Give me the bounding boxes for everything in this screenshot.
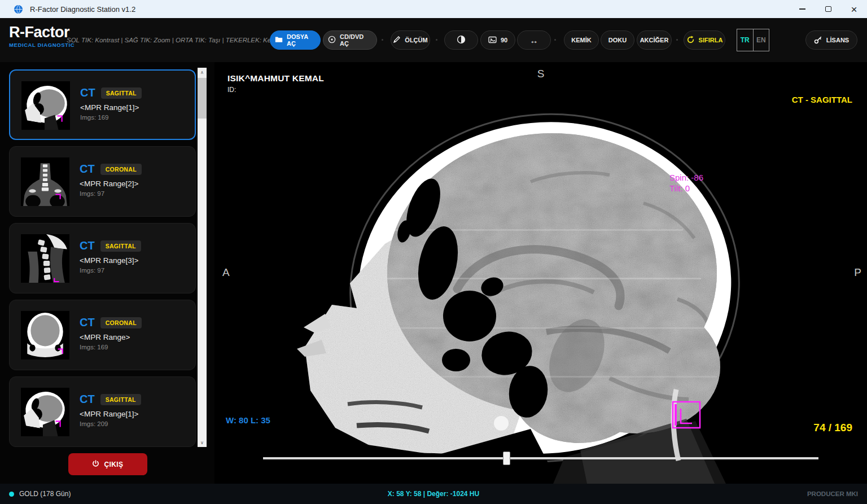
series-item-5[interactable]: CT SAGITTAL <MPR Range[1]> Imgs: 209 (9, 376, 196, 447)
slice-counter: 74 / 169 (813, 422, 852, 434)
toolbar-separator-dot (554, 39, 556, 41)
brand-block: R-Factor MEDICAL DIAGNOSTIC (9, 25, 75, 48)
producer-label: PRODUCER MKI (807, 490, 858, 497)
series-range: <MPR Range[1]> (80, 410, 141, 418)
series-modality: CT (80, 393, 95, 406)
key-icon (814, 36, 822, 45)
series-thumbnail (21, 234, 69, 283)
series-item-1[interactable]: CT SAGITTAL <MPR Range[1]> Imgs: 169 (9, 69, 196, 140)
series-range: <MPR Range> (80, 333, 142, 341)
language-tr-button[interactable]: TR (737, 29, 754, 51)
series-plane-badge: CORONAL (100, 164, 142, 175)
close-button[interactable]: × (841, 0, 867, 18)
app-window: R-Factor Diagnostic Station v1.2 × R-Fac… (0, 0, 867, 504)
language-toggle: TR EN (737, 29, 769, 51)
window-level-readout: W: 80 L: 35 (226, 415, 270, 425)
toolbar-separator-dot (436, 39, 437, 41)
series-thumbnail (21, 81, 70, 130)
series-range: <MPR Range[2]> (80, 179, 142, 188)
scrollbar-thumb[interactable] (198, 78, 207, 119)
disc-icon (328, 36, 336, 45)
preset-tissue-button[interactable]: DOKU (601, 30, 634, 50)
series-item-4[interactable]: CT CORONAL <MPR Range> Imgs: 169 (9, 300, 196, 370)
status-bar: GOLD (178 Gün) X: 58 Y: 58 | Değer: -102… (0, 484, 867, 504)
reset-button[interactable]: SIFIRLA (684, 30, 725, 50)
open-cd-button[interactable]: CD/DVD AÇ (323, 30, 377, 50)
app-logo-icon (14, 5, 23, 14)
reset-label: SIFIRLA (699, 37, 723, 43)
brand-name: R-Factor (9, 25, 75, 40)
series-modality: CT (80, 239, 95, 252)
maximize-button[interactable] (815, 0, 841, 18)
image-viewport[interactable]: ISIK^MAHMUT KEMAL ID: CT - SAGITTAL S A … (214, 62, 867, 484)
series-image-count: Imgs: 97 (80, 267, 141, 274)
orientation-anterior-label: A (222, 266, 230, 279)
series-image-count: Imgs: 97 (80, 190, 142, 197)
rotate-90-button[interactable]: 90 (480, 30, 515, 50)
preset-bone-label: KEMİK (571, 37, 591, 43)
open-file-label: DOSYA AÇ (287, 33, 316, 47)
flip-horizontal-button[interactable]: ↔ (517, 30, 551, 50)
flip-arrows-icon: ↔ (530, 36, 538, 45)
series-scrollbar[interactable]: ∧ ∨ (198, 68, 207, 447)
orientation-posterior-label: P (854, 266, 861, 279)
close-icon: × (851, 4, 857, 15)
series-plane-badge: CORONAL (100, 317, 142, 328)
scrollbar-down-arrow-icon[interactable]: ∨ (198, 438, 207, 447)
main-toolbar: R-Factor MEDICAL DIAGNOSTIC SOL TIK: Kon… (0, 18, 867, 62)
measure-label: ÖLÇÜM (405, 37, 427, 43)
spin-readout: Spin: -86 (669, 173, 703, 182)
preset-lung-label: AKCİĞER (640, 37, 669, 43)
reset-circular-arrow-icon (686, 36, 695, 45)
cursor-readout: X: 58 Y: 58 | Değer: -1024 HU (0, 490, 867, 498)
exit-label: ÇIKIŞ (104, 461, 123, 468)
active-series-label: CT - SAGITTAL (792, 95, 852, 104)
preset-lung-button[interactable]: AKCİĞER (637, 30, 672, 50)
series-item-2[interactable]: CT CORONAL <MPR Range[2]> Imgs: 97 (9, 146, 196, 217)
preset-tissue-label: DOKU (608, 37, 627, 43)
mouse-hint-text: SOL TIK: Kontrast | SAĞ TIK: Zoom | ORTA… (67, 18, 278, 62)
series-modality: CT (80, 163, 95, 176)
series-sidebar: CT SAGITTAL <MPR Range[1]> Imgs: 169 (0, 62, 214, 484)
pencil-icon (393, 36, 401, 45)
contrast-icon (457, 35, 466, 45)
measure-button[interactable]: ÖLÇÜM (391, 30, 430, 50)
toolbar-separator-dot (676, 39, 678, 41)
minimize-button[interactable] (789, 0, 815, 18)
window-title: R-Factor Diagnostic Station v1.2 (30, 5, 135, 14)
ct-sagittal-image (214, 62, 867, 484)
title-bar: R-Factor Diagnostic Station v1.2 × (0, 0, 867, 18)
license-button[interactable]: LİSANS (805, 30, 857, 50)
open-cd-label: CD/DVD AÇ (340, 33, 372, 47)
series-range: <MPR Range[3]> (80, 256, 141, 265)
series-modality: CT (80, 316, 95, 329)
license-label: LİSANS (826, 37, 849, 43)
preset-bone-button[interactable]: KEMİK (564, 30, 599, 50)
slice-slider[interactable] (263, 457, 818, 459)
open-file-button[interactable]: DOSYA AÇ (270, 30, 321, 50)
series-range: <MPR Range[1]> (80, 103, 142, 112)
series-image-count: Imgs: 169 (80, 344, 142, 350)
series-modality: CT (80, 86, 95, 99)
rotate-image-icon (488, 36, 497, 45)
orientation-marker-box (672, 401, 702, 433)
brand-subtitle: MEDICAL DIAGNOSTIC (9, 42, 75, 48)
rotate-90-label: 90 (501, 37, 507, 43)
series-image-count: Imgs: 209 (80, 420, 141, 427)
maximize-icon (825, 6, 831, 12)
tilt-readout: Tilt: 0 (669, 183, 690, 193)
invert-contrast-button[interactable] (444, 30, 478, 50)
series-thumbnail (21, 388, 69, 436)
scrollbar-up-arrow-icon[interactable]: ∧ (198, 68, 207, 77)
slice-slider-thumb[interactable] (503, 452, 510, 465)
series-image-count: Imgs: 169 (80, 114, 142, 121)
toolbar-separator-dot (382, 39, 383, 41)
series-thumbnail (21, 311, 69, 360)
series-plane-badge: SAGITTAL (101, 87, 142, 99)
patient-id: ID: (227, 86, 324, 94)
series-item-3[interactable]: CT SAGITTAL <MPR Range[3]> Imgs: 97 (9, 223, 196, 293)
minimize-icon (799, 8, 805, 10)
series-list: CT SAGITTAL <MPR Range[1]> Imgs: 169 (0, 69, 214, 453)
exit-button[interactable]: ÇIKIŞ (68, 453, 147, 475)
language-en-button[interactable]: EN (754, 29, 769, 51)
